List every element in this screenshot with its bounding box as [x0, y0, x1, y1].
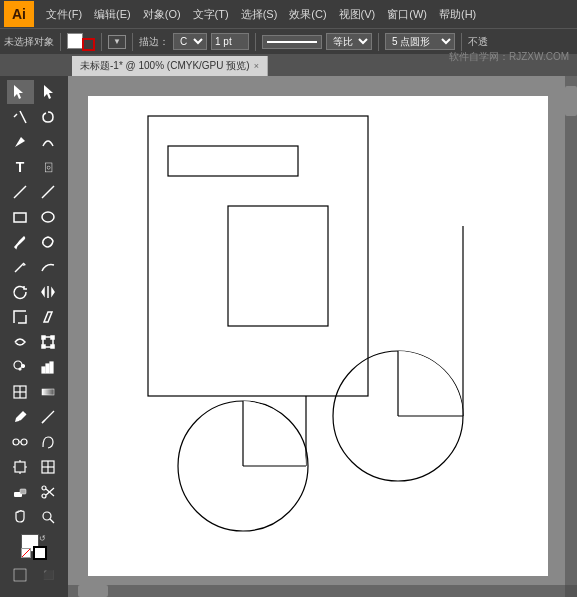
lasso-tool[interactable]	[35, 105, 62, 129]
fill-stroke-indicator[interactable]	[67, 31, 95, 53]
tool-row-2	[7, 105, 62, 129]
stroke-dropdown[interactable]: C	[173, 33, 207, 50]
svg-line-4	[14, 186, 26, 198]
hand-tool[interactable]	[7, 505, 34, 529]
document-tab[interactable]: 未标题-1* @ 100% (CMYK/GPU 预览) ×	[72, 56, 268, 76]
svg-rect-27	[42, 389, 54, 395]
stroke-selector[interactable]: ▼	[108, 35, 126, 49]
svg-point-20	[22, 365, 25, 368]
type-tool[interactable]: T	[7, 155, 34, 179]
svg-line-30	[42, 420, 45, 423]
tab-bar: 未标题-1* @ 100% (CMYK/GPU 预览) ×	[0, 54, 577, 76]
rectangle-tool[interactable]	[7, 205, 34, 229]
svg-line-47	[46, 488, 54, 495]
smooth-tool[interactable]	[35, 255, 62, 279]
ellipse-tool[interactable]	[35, 205, 62, 229]
app-logo: Ai	[4, 1, 34, 27]
svg-point-44	[42, 486, 46, 490]
stroke-box: ▼	[108, 35, 126, 49]
rotate-tool[interactable]	[7, 280, 34, 304]
none-color-box[interactable]	[21, 548, 31, 558]
pencil-tool[interactable]	[7, 255, 34, 279]
brush-select[interactable]: 5 点圆形	[385, 33, 455, 50]
measure-tool[interactable]	[35, 405, 62, 429]
menu-text[interactable]: 文字(T)	[187, 5, 235, 24]
fill-stroke-color-box[interactable]: ↺	[21, 534, 47, 560]
menu-view[interactable]: 视图(V)	[333, 5, 382, 24]
vertical-scrollbar[interactable]	[565, 76, 577, 585]
symbol-sprayer-tool[interactable]	[7, 355, 34, 379]
shear-tool[interactable]	[35, 305, 62, 329]
pen-tool[interactable]	[7, 130, 34, 154]
menu-effect[interactable]: 效果(C)	[283, 5, 332, 24]
magic-wand-tool[interactable]	[7, 105, 34, 129]
reflect-tool[interactable]	[35, 280, 62, 304]
svg-line-3	[14, 114, 17, 117]
menu-edit[interactable]: 编辑(E)	[88, 5, 137, 24]
normal-mode-btn[interactable]	[7, 563, 34, 587]
tool-row-14	[7, 405, 62, 429]
svg-rect-43	[20, 489, 26, 494]
curvature-tool[interactable]	[35, 130, 62, 154]
slice-tool[interactable]	[35, 455, 62, 479]
svg-line-7	[15, 263, 24, 272]
back-mode-btn[interactable]: ⬛	[35, 563, 62, 587]
tool-row-6	[7, 205, 62, 229]
line-style-selector[interactable]	[262, 35, 322, 49]
scissors-tool[interactable]	[35, 480, 62, 504]
live-paint-tool[interactable]	[35, 430, 62, 454]
blob-tool[interactable]	[35, 230, 62, 254]
svg-line-49	[50, 519, 54, 523]
zoom-tool[interactable]	[35, 505, 62, 529]
options-toolbar: 未选择对象 ▼ 描边： C 等比 5 点圆形 不透	[0, 28, 577, 54]
color-section: ↺	[21, 534, 47, 560]
svg-marker-1	[44, 85, 53, 99]
no-selection-label: 未选择对象	[4, 35, 54, 49]
screen-mode-row	[7, 590, 61, 597]
free-transform-tool[interactable]	[35, 330, 62, 354]
menu-select[interactable]: 选择(S)	[235, 5, 284, 24]
gradient-tool[interactable]	[35, 380, 62, 404]
svg-point-48	[43, 512, 51, 520]
stroke-box-color[interactable]	[33, 546, 47, 560]
column-graph-tool[interactable]	[35, 355, 62, 379]
main-area: T ⌻	[0, 76, 577, 597]
tool-row-10	[7, 305, 62, 329]
blend-tool[interactable]	[7, 430, 34, 454]
line-solid-preview	[267, 41, 317, 43]
svg-marker-10	[42, 289, 44, 295]
vertical-type-tool[interactable]: ⌻	[35, 155, 62, 179]
menu-help[interactable]: 帮助(H)	[433, 5, 482, 24]
scale-tool[interactable]	[7, 305, 34, 329]
tool-row-15	[7, 430, 62, 454]
svg-point-32	[21, 439, 27, 445]
warp-tool[interactable]	[7, 330, 34, 354]
mesh-tool[interactable]	[7, 380, 34, 404]
line-tool[interactable]	[7, 180, 34, 204]
horizontal-scrollbar[interactable]	[68, 585, 565, 597]
svg-rect-22	[46, 364, 49, 373]
eraser-tool[interactable]	[7, 480, 34, 504]
screen-mode-btn[interactable]	[7, 590, 61, 597]
menu-file[interactable]: 文件(F)	[40, 5, 88, 24]
menu-object[interactable]: 对象(O)	[137, 5, 187, 24]
paintbrush-tool[interactable]	[7, 230, 34, 254]
default-color-icon[interactable]: ↺	[37, 534, 47, 544]
eyedropper-tool[interactable]	[7, 405, 34, 429]
arc-tool[interactable]	[35, 180, 62, 204]
select-tool[interactable]	[7, 80, 34, 104]
svg-marker-11	[52, 289, 54, 295]
tool-row-3	[7, 130, 62, 154]
tab-close-button[interactable]: ×	[254, 61, 259, 71]
tool-row-12	[7, 355, 62, 379]
proportion-select[interactable]: 等比	[326, 33, 372, 50]
svg-point-19	[19, 368, 21, 370]
svg-point-6	[42, 212, 54, 222]
artboard-tool[interactable]	[7, 455, 34, 479]
fill-color[interactable]	[67, 33, 83, 49]
tool-row-17	[7, 480, 62, 504]
stroke-color[interactable]	[82, 38, 95, 51]
stroke-value-input[interactable]	[211, 33, 249, 50]
direct-select-tool[interactable]	[35, 80, 62, 104]
menu-window[interactable]: 窗口(W)	[381, 5, 433, 24]
